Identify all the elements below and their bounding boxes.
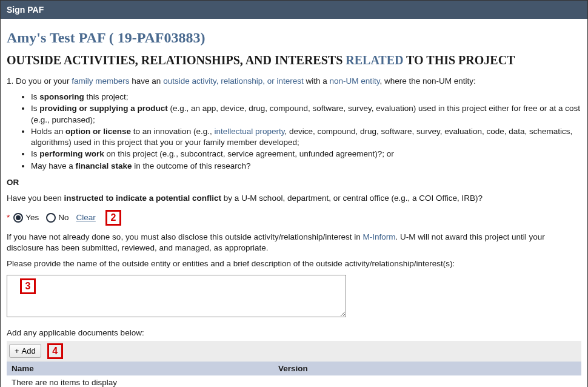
link-non-um-entity[interactable]: non-UM entity xyxy=(330,76,380,86)
link-outside-activity[interactable]: outside activity, relationship, or inter… xyxy=(163,76,304,86)
entity-prompt: Please provide the name of the outside e… xyxy=(7,258,581,269)
documents-toolbar: +Add 4 xyxy=(7,341,581,362)
link-intellectual-property[interactable]: intellectual property xyxy=(214,127,284,136)
radio-yes-label: Yes xyxy=(25,213,39,222)
question-1-bullets: Is sponsoring this project; Is providing… xyxy=(7,92,581,172)
callout-4: 4 xyxy=(47,343,63,359)
heading-link-related[interactable]: RELATED xyxy=(346,53,403,67)
section-heading: OUTSIDE ACTIVITIES, RELATIONSHIPS, AND I… xyxy=(7,53,581,67)
heading-text-pre: OUTSIDE ACTIVITIES, RELATIONSHIPS, AND I… xyxy=(7,53,346,67)
radio-no-label: No xyxy=(58,213,68,222)
window-title: Sign PAF xyxy=(7,5,44,15)
documents-section: Add any applicable documents below: +Add… xyxy=(7,328,581,387)
question-1-lead: 1. Do you or your family members have an… xyxy=(7,76,581,87)
documents-table-header: Name Version xyxy=(7,362,581,375)
heading-text-post: TO THIS PROJECT xyxy=(403,53,515,67)
q1-text: with a xyxy=(304,76,330,86)
column-version: Version xyxy=(278,364,576,373)
entity-description-textarea[interactable] xyxy=(7,275,346,317)
add-button[interactable]: +Add xyxy=(9,344,41,358)
q1-text: have an xyxy=(130,76,164,86)
link-m-inform[interactable]: M-Inform xyxy=(363,232,396,241)
documents-empty-message: There are no items to display xyxy=(7,375,581,387)
column-name: Name xyxy=(12,364,278,373)
bullet-providing: Is providing or supplying a product (e.g… xyxy=(31,103,581,125)
callout-3: 3 xyxy=(20,278,36,294)
page-content: Amy's Test PAF ( 19-PAF03883) OUTSIDE AC… xyxy=(1,19,587,387)
plus-icon: + xyxy=(15,346,19,355)
link-family-members[interactable]: family members xyxy=(72,76,129,86)
callout-2: 2 xyxy=(105,210,121,226)
q1-text: 1. Do you or your xyxy=(7,76,72,86)
clear-link[interactable]: Clear xyxy=(76,213,96,222)
page-title: Amy's Test PAF ( 19-PAF03883) xyxy=(7,30,581,46)
window-title-bar: Sign PAF xyxy=(1,1,587,19)
bullet-sponsoring: Is sponsoring this project; xyxy=(31,92,581,103)
bullet-performing-work: Is performing work on this project (e.g.… xyxy=(31,149,581,160)
bullet-option-license: Holds an option or license to an innovat… xyxy=(31,126,581,148)
answer-row: * Yes No Clear 2 xyxy=(7,210,581,226)
radio-no-icon xyxy=(46,213,56,223)
radio-yes-icon xyxy=(13,213,23,223)
or-separator: OR xyxy=(7,178,581,187)
q1-text: , where the non-UM entity: xyxy=(380,76,476,86)
bullet-financial-stake: May have a financial stake in the outcom… xyxy=(31,161,581,172)
radio-no[interactable]: No xyxy=(46,213,68,223)
required-indicator: * xyxy=(7,213,10,222)
disclosure-note: If you have not already done so, you mus… xyxy=(7,232,581,254)
add-button-label: Add xyxy=(22,346,36,355)
entity-description-wrap: 3 xyxy=(7,275,346,319)
documents-prompt: Add any applicable documents below: xyxy=(7,328,581,338)
radio-yes[interactable]: Yes xyxy=(13,213,39,223)
question-2: Have you been instructed to indicate a p… xyxy=(7,193,581,204)
